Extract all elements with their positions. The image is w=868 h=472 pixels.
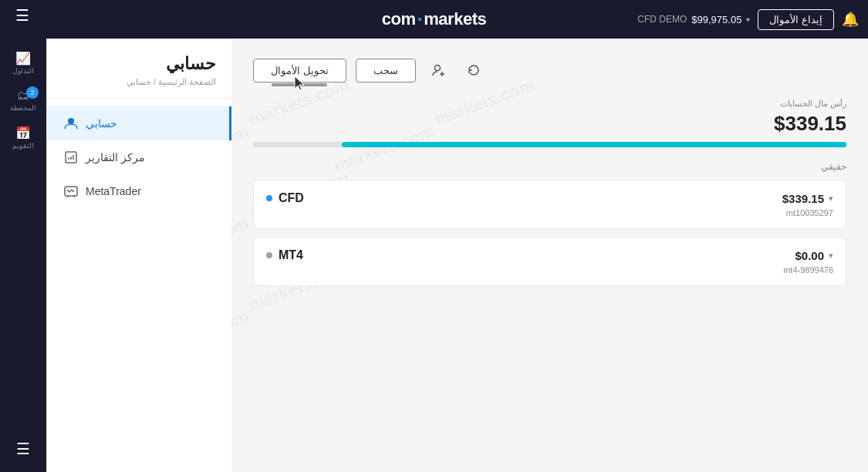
cfd-chevron-icon: ▾	[829, 194, 833, 204]
svg-point-0	[68, 118, 74, 124]
breadcrumb-current: حسابي	[127, 77, 151, 86]
mt4-chevron-icon: ▾	[829, 251, 833, 261]
mt4-account-name: MT4	[279, 248, 303, 262]
demo-badge: CFD DEMO	[637, 14, 687, 25]
sidebar-item-portfolio[interactable]: 2 🗂 المحفظة	[4, 84, 42, 116]
right-sidebar: 📈 التداول 2 🗂 المحفظة 📅 التقويم ☰	[0, 39, 46, 472]
panel-menu: حسابي مركز التقارير Meta	[47, 106, 231, 208]
transfer-button[interactable]: تحويل الأموال	[253, 59, 346, 83]
real-accounts-label: حقيقي	[253, 161, 846, 172]
add-user-icon[interactable]	[425, 57, 451, 83]
breadcrumb: الصفحة الرئيسية / حسابي	[62, 77, 216, 87]
mt4-status-dot	[266, 252, 272, 258]
logo-text-left: markets	[424, 9, 486, 29]
cfd-account-name: CFD	[279, 191, 304, 205]
progress-bar-fill	[342, 142, 846, 147]
balance-section-label: رأس مال الحسابات	[253, 99, 846, 109]
mt4-account-id: mt4-9899476	[266, 265, 833, 275]
content-actions: سحب تحويل الأموال	[253, 57, 846, 83]
cfd-account-card[interactable]: ▾ $339.15 CFD mt10035297	[253, 180, 846, 229]
calendar-icon: 📅	[15, 126, 31, 140]
hamburger-menu-icon[interactable]: ☰	[9, 0, 35, 31]
withdraw-button[interactable]: سحب	[356, 59, 416, 83]
sidebar-item-calendar[interactable]: 📅 التقويم	[4, 121, 42, 154]
deposit-wrapper: تحويل الأموال	[253, 59, 346, 83]
portfolio-badge: 2	[26, 86, 39, 99]
cfd-status-dot	[266, 195, 272, 201]
deposit-button[interactable]: إيداع الأموال	[758, 9, 834, 30]
mt4-account-card[interactable]: ▾ $0.00 MT4 mt4-9899476	[253, 237, 846, 286]
mt4-account-amount: $0.00	[795, 249, 824, 262]
reports-menu-icon	[62, 149, 79, 166]
trading-icon: 📈	[15, 51, 31, 66]
reports-menu-label: مركز التقارير	[86, 151, 145, 164]
refresh-icon[interactable]	[461, 57, 487, 83]
cfd-account-amount: $339.15	[782, 192, 824, 205]
panel-menu-item-reports[interactable]: مركز التقارير	[47, 140, 231, 174]
main-layout: markets.com markets.com markets.com mark…	[0, 39, 868, 472]
panel-menu-item-account[interactable]: حسابي	[47, 106, 231, 140]
account-panel-header: حسابي الصفحة الرئيسية / حسابي	[47, 54, 231, 99]
account-panel-title: حسابي	[62, 54, 216, 74]
logo-dot: ·	[417, 9, 423, 29]
chevron-icon[interactable]: ▾	[746, 15, 750, 24]
logo-text-right: com	[382, 9, 416, 29]
mt4-account-header: ▾ $0.00 MT4	[266, 248, 833, 262]
topbar: 🔔 إيداع الأموال ▾ $99,975.05 CFD DEMO ma…	[0, 0, 868, 39]
panel-menu-item-metatrader[interactable]: MetaTrader	[47, 174, 231, 208]
topbar-left: 🔔 إيداع الأموال ▾ $99,975.05 CFD DEMO	[637, 9, 859, 30]
cfd-account-right: CFD	[266, 191, 304, 205]
sidebar-trading-label: التداول	[12, 67, 34, 75]
markets-logo: markets·com	[382, 9, 486, 29]
metatrader-menu-label: MetaTrader	[86, 185, 141, 197]
account-balance-info: ▾ $99,975.05 CFD DEMO	[637, 14, 750, 25]
balance-amount: $339.15	[253, 112, 846, 136]
sidebar-calendar-label: التقويم	[12, 142, 34, 150]
account-panel: حسابي الصفحة الرئيسية / حسابي حسابي مركز…	[46, 39, 231, 472]
cfd-account-id: mt10035297	[266, 208, 833, 217]
mt4-account-left: ▾ $0.00	[795, 249, 833, 262]
bell-icon[interactable]: 🔔	[842, 11, 859, 28]
cfd-account-left: ▾ $339.15	[782, 192, 833, 205]
balance-progress-bar	[253, 142, 846, 147]
breadcrumb-home: الصفحة الرئيسية	[158, 77, 216, 86]
metatrader-menu-icon	[62, 183, 79, 200]
topbar-right: ☰	[9, 0, 35, 39]
sidebar-item-trading[interactable]: 📈 التداول	[4, 46, 42, 79]
mt4-account-right: MT4	[266, 248, 303, 262]
sidebar-menu-button[interactable]: ☰	[10, 433, 36, 464]
cfd-account-header: ▾ $339.15 CFD	[266, 191, 833, 205]
sidebar-portfolio-label: المحفظة	[10, 104, 36, 112]
content-area: سحب تحويل الأموال رأس مال الحسابات $339.…	[231, 39, 868, 472]
breadcrumb-sep: /	[151, 77, 156, 86]
logo-area: markets·com	[382, 9, 486, 29]
svg-point-3	[434, 66, 440, 71]
account-menu-icon	[62, 115, 79, 132]
balance-display: $99,975.05	[691, 14, 741, 25]
account-menu-label: حسابي	[86, 117, 117, 130]
